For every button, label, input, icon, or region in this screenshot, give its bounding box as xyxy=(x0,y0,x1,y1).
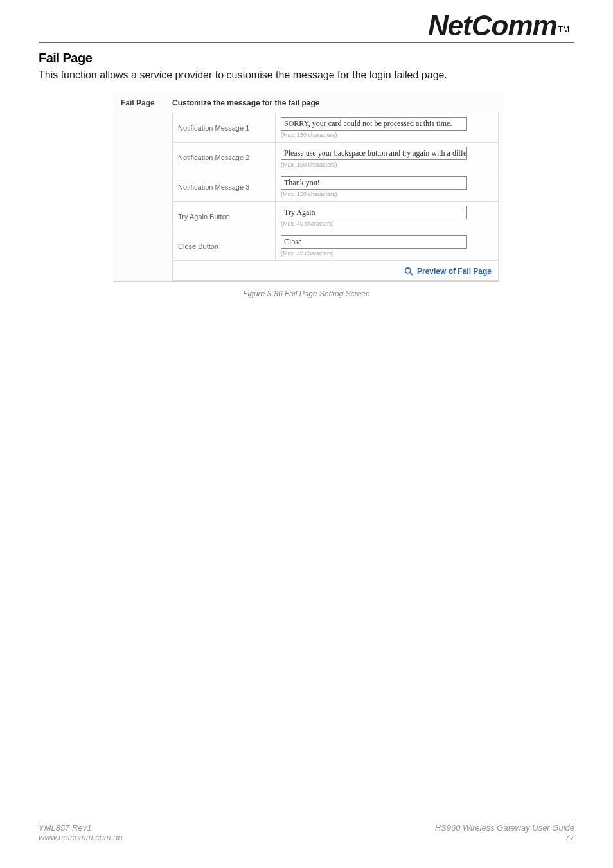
panel-side-label: Fail Page xyxy=(114,93,172,281)
fail-page-panel: Fail Page Customize the message for the … xyxy=(114,93,499,282)
field-hint: (Max. 40 characters) xyxy=(281,221,493,227)
form-table: Notification Message 1 SORRY, your card … xyxy=(172,113,499,281)
page-footer: YML857 Rev1 www.netcomm.com.au HS960 Wir… xyxy=(39,820,574,842)
header-divider xyxy=(39,42,574,43)
svg-line-1 xyxy=(410,273,413,275)
footer-url: www.netcomm.com.au xyxy=(39,833,123,842)
notification-message-3-input[interactable]: Thank you! xyxy=(281,176,467,190)
table-row: Try Again Button Try Again (Max. 40 char… xyxy=(173,202,499,231)
figure-caption: Figure 3-86 Fail Page Setting Screen xyxy=(39,289,574,298)
field-label: Try Again Button xyxy=(173,202,276,231)
field-hint: (Max. 150 characters) xyxy=(281,161,493,168)
field-label: Notification Message 1 xyxy=(173,113,276,143)
header-logo: NetComm TM xyxy=(39,0,574,40)
footer-doc-title: HS960 Wireless Gateway User Guide xyxy=(435,823,574,833)
table-row: Preview of Fail Page xyxy=(173,261,499,281)
field-hint: (Max. 40 characters) xyxy=(281,250,493,257)
brand-name: NetComm xyxy=(428,12,557,40)
section-intro: This function allows a service provider … xyxy=(39,69,574,81)
magnifier-icon xyxy=(404,266,416,276)
field-hint: (Max. 150 characters) xyxy=(281,191,493,197)
footer-divider xyxy=(39,820,574,820)
field-hint: (Max. 150 characters) xyxy=(281,132,493,138)
footer-page-number: 77 xyxy=(435,833,574,842)
footer-rev: YML857 Rev1 xyxy=(39,823,123,833)
notification-message-2-input[interactable]: Please use your backspace button and try… xyxy=(281,147,467,160)
trademark-symbol: TM xyxy=(558,25,569,34)
preview-link-label: Preview of Fail Page xyxy=(417,267,492,276)
field-label: Close Button xyxy=(173,231,276,261)
close-button-input[interactable]: Close xyxy=(281,235,467,249)
table-row: Notification Message 2 Please use your b… xyxy=(173,143,499,172)
try-again-button-input[interactable]: Try Again xyxy=(281,206,467,219)
table-row: Close Button Close (Max. 40 characters) xyxy=(173,231,499,261)
section-title: Fail Page xyxy=(39,51,574,66)
table-row: Notification Message 1 SORRY, your card … xyxy=(173,113,499,143)
preview-fail-page-link[interactable]: Preview of Fail Page xyxy=(404,267,492,276)
field-label: Notification Message 3 xyxy=(173,172,276,202)
field-label: Notification Message 2 xyxy=(173,143,276,172)
notification-message-1-input[interactable]: SORRY, your card could not be processed … xyxy=(281,117,467,131)
panel-header: Customize the message for the fail page xyxy=(172,93,499,113)
svg-point-0 xyxy=(405,268,411,273)
table-row: Notification Message 3 Thank you! (Max. … xyxy=(173,172,499,202)
